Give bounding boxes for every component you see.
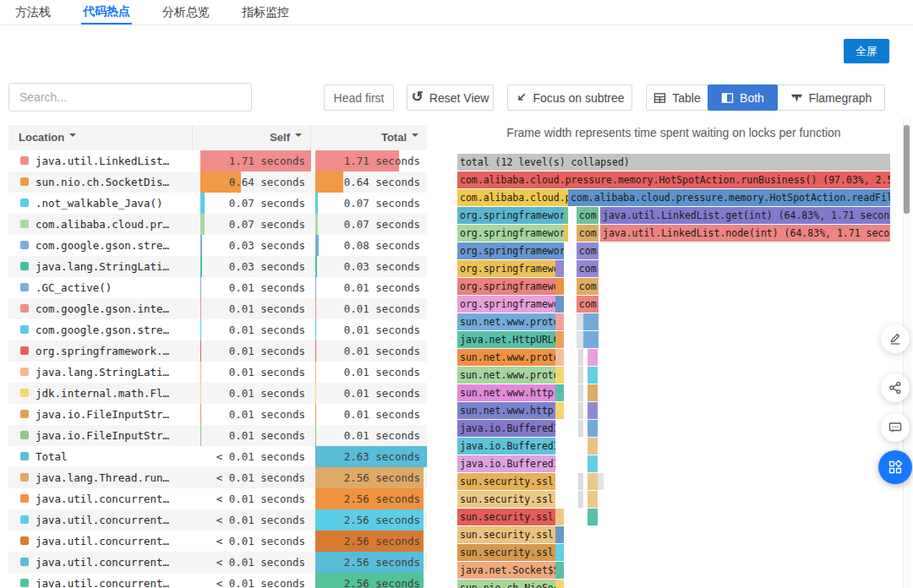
flame-frame[interactable] [598,473,603,490]
flame-frame[interactable]: total (12 level(s) collapsed) [457,154,890,171]
fullscreen-button[interactable]: 全屏 [844,39,889,63]
table-row[interactable]: java.lang.StringLati…0.01 seconds0.01 se… [8,362,427,383]
tab-method-stack[interactable]: 方法栈 [14,0,52,24]
table-row[interactable]: java.io.FileInputStr…0.01 seconds0.01 se… [8,425,427,446]
flame-frame[interactable] [555,349,564,366]
table-row[interactable]: java.lang.StringLati…0.03 seconds0.03 se… [8,256,427,277]
table-row[interactable]: org.springframework.…0.01 seconds0.01 se… [8,340,427,362]
table-row[interactable]: com.google.gson.inte…0.01 seconds0.01 se… [8,298,427,319]
flame-frame[interactable] [578,491,583,508]
table-row[interactable]: java.util.concurrent…< 0.01 seconds2.56 … [8,573,427,588]
table-row[interactable]: java.io.FileInputStr…0.01 seconds0.01 se… [8,404,427,425]
apps-button[interactable] [878,450,912,484]
flame-frame[interactable] [555,526,564,543]
flame-frame[interactable] [555,544,564,561]
flame-frame[interactable] [588,349,598,366]
column-header-location[interactable]: Location [8,125,193,150]
table-row[interactable]: Total< 0.01 seconds2.63 seconds [8,446,427,467]
flame-frame[interactable]: sun.security.ssl. [457,509,555,525]
flame-frame[interactable] [555,278,564,295]
flame-frame[interactable] [564,225,568,242]
both-view-button[interactable]: Both [708,84,778,111]
flame-frame[interactable]: java.util.LinkedList.get(int) (64.83%, 1… [600,207,890,224]
flame-frame[interactable]: com. [577,207,599,224]
flame-frame[interactable]: sun.security.ssl. [457,491,555,508]
table-row[interactable]: java.util.concurrent…< 0.01 seconds2.56 … [8,552,427,573]
flame-frame[interactable] [577,313,583,330]
flame-frame[interactable]: sun.net.www.proto [457,349,555,366]
flame-frame[interactable] [555,402,564,419]
flame-frame[interactable]: com.alibaba.cloud.pressure.memory.HotSpo… [568,189,890,206]
flame-frame[interactable] [588,455,598,472]
tab-analysis-overview[interactable]: 分析总览 [161,0,211,24]
table-row[interactable]: java.lang.Thread.run…< 0.01 seconds2.56 … [8,467,427,488]
flame-frame[interactable] [555,313,564,330]
flame-frame[interactable]: java.net.HttpURLC [457,331,555,348]
flame-frame[interactable]: org.springframework [457,242,564,259]
table-row[interactable]: com.google.gson.stre…0.01 seconds0.01 se… [8,319,427,340]
flame-frame[interactable]: org.springframewo [457,278,555,295]
table-row[interactable]: .not_walkable_Java()0.07 seconds0.07 sec… [8,193,427,214]
flame-frame[interactable] [578,367,583,384]
flame-frame[interactable]: com. [577,225,599,242]
flame-frame[interactable] [588,420,598,437]
flame-frame[interactable]: sun.security.ssl. [457,526,555,543]
feedback-button[interactable] [881,413,910,442]
table-row[interactable]: java.util.concurrent…< 0.01 seconds2.56 … [8,531,427,552]
column-header-self[interactable]: Self [193,125,311,150]
flame-frame[interactable] [555,331,564,348]
scrollbar-thumb[interactable] [904,125,910,214]
head-first-button[interactable]: Head first [324,84,394,111]
flame-frame[interactable]: sun.nio.ch.NioSoc [457,580,555,588]
flame-frame[interactable]: com. [577,296,599,313]
flame-frame[interactable] [588,509,598,525]
flame-frame[interactable] [555,296,564,313]
flame-frame[interactable]: java.util.LinkedList.node(int) (64.83%, … [600,225,890,242]
flame-frame[interactable]: org.springframework [457,225,564,242]
focus-subtree-button[interactable]: Focus on subtree [507,84,632,111]
flame-frame[interactable]: org.springframewo [457,260,555,277]
flame-frame[interactable] [555,384,564,401]
table-row[interactable]: java.util.concurrent…< 0.01 seconds2.56 … [8,509,427,531]
flame-frame[interactable] [578,384,583,401]
flame-frame[interactable]: com.alibaba.cloud.p [457,189,568,206]
flame-frame[interactable] [577,331,583,348]
tab-code-hotspot[interactable]: 代码热点 [81,0,132,24]
flame-frame[interactable] [588,384,598,401]
flame-frame[interactable]: sun.security.ssl. [457,473,555,490]
table-row[interactable]: jdk.internal.math.Fl…0.01 seconds0.01 se… [8,383,427,404]
share-button[interactable] [881,373,910,402]
table-view-button[interactable]: Table [646,84,708,111]
flame-frame[interactable]: com. [577,260,599,277]
flame-frame[interactable]: com. [577,242,599,259]
search-input[interactable] [8,83,252,112]
flame-frame[interactable]: com. [577,278,599,295]
flame-frame[interactable]: java.io.BufferedI [457,438,555,455]
flame-frame[interactable] [555,509,564,525]
edit-button[interactable] [881,324,910,353]
tab-metrics-monitor[interactable]: 指标监控 [240,0,291,24]
column-header-total[interactable]: Total [311,125,427,150]
table-row[interactable]: java.util.concurrent…< 0.01 seconds2.56 … [8,488,427,509]
flame-frame[interactable]: java.net.Socket$S [457,562,555,579]
flame-frame[interactable] [564,207,568,224]
flame-frame[interactable] [588,402,598,419]
flame-frame[interactable]: sun.net.www.http. [457,384,555,401]
flame-frame[interactable]: java.io.BufferedI [457,420,555,437]
flamegraph-view-button[interactable]: Flamegraph [777,84,885,111]
flame-frame[interactable] [555,367,564,384]
flame-frame[interactable]: sun.net.www.proto [457,313,555,330]
flame-frame[interactable] [588,367,598,384]
flame-frame[interactable] [583,313,599,330]
flame-frame[interactable]: com.alibaba.cloud.pressure.memory.HotSpo… [457,172,890,188]
table-row[interactable]: .GC_active()0.01 seconds0.01 seconds [8,277,427,298]
flame-frame[interactable] [578,473,583,490]
flame-frame[interactable] [555,580,564,588]
flame-frame[interactable]: sun.security.ssl. [457,544,555,561]
table-row[interactable]: java.util.LinkedList…1.71 seconds1.71 se… [8,150,427,172]
flame-frame[interactable]: sun.net.www.http. [457,402,555,419]
reset-view-button[interactable]: ↺ Reset View [407,84,494,111]
flame-frame[interactable] [588,438,598,455]
flame-frame[interactable] [578,420,583,437]
flame-frame[interactable]: java.io.BufferedI [457,455,555,472]
